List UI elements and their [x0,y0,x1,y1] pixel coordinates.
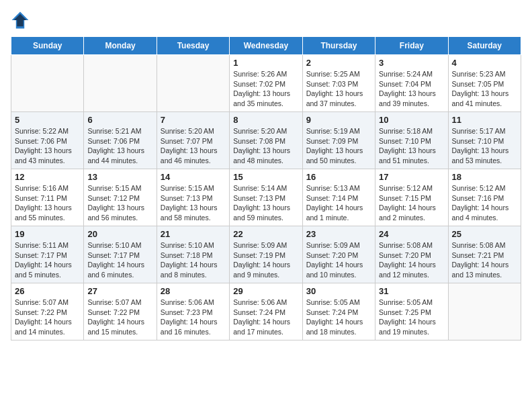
calendar-cell: 29Sunrise: 5:06 AM Sunset: 7:24 PM Dayli… [230,283,302,340]
calendar-cell: 4Sunrise: 5:23 AM Sunset: 7:05 PM Daylig… [448,55,521,112]
weekday-header: Wednesday [230,37,302,55]
day-number: 5 [15,115,80,125]
calendar-cell: 28Sunrise: 5:06 AM Sunset: 7:23 PM Dayli… [157,283,229,340]
day-number: 4 [452,58,517,68]
weekday-row: SundayMondayTuesdayWednesdayThursdayFrid… [11,37,521,55]
day-info: Sunrise: 5:19 AM Sunset: 7:09 PM Dayligh… [306,126,371,166]
day-info: Sunrise: 5:22 AM Sunset: 7:06 PM Dayligh… [15,126,80,166]
calendar-cell: 2Sunrise: 5:25 AM Sunset: 7:03 PM Daylig… [302,55,375,112]
calendar-cell [11,55,84,112]
calendar-cell: 25Sunrise: 5:08 AM Sunset: 7:21 PM Dayli… [448,226,521,283]
weekday-header: Saturday [448,37,521,55]
weekday-header: Monday [84,37,157,55]
day-info: Sunrise: 5:06 AM Sunset: 7:23 PM Dayligh… [161,298,226,337]
day-number: 14 [161,172,226,182]
calendar-cell: 20Sunrise: 5:10 AM Sunset: 7:17 PM Dayli… [84,226,157,283]
weekday-header: Sunday [11,37,84,55]
day-number: 11 [452,115,517,125]
day-info: Sunrise: 5:12 AM Sunset: 7:15 PM Dayligh… [379,183,444,223]
calendar-cell: 21Sunrise: 5:10 AM Sunset: 7:18 PM Dayli… [157,226,229,283]
day-number: 20 [87,229,152,239]
day-number: 30 [306,286,371,296]
day-info: Sunrise: 5:25 AM Sunset: 7:03 PM Dayligh… [306,69,371,109]
calendar-week: 26Sunrise: 5:07 AM Sunset: 7:22 PM Dayli… [11,283,521,340]
day-info: Sunrise: 5:20 AM Sunset: 7:07 PM Dayligh… [161,126,226,166]
calendar-cell [84,55,157,112]
calendar-week: 1Sunrise: 5:26 AM Sunset: 7:02 PM Daylig… [11,55,521,112]
calendar-cell: 30Sunrise: 5:05 AM Sunset: 7:24 PM Dayli… [302,283,375,340]
day-info: Sunrise: 5:18 AM Sunset: 7:10 PM Dayligh… [379,126,444,166]
day-info: Sunrise: 5:07 AM Sunset: 7:22 PM Dayligh… [15,298,80,337]
calendar-cell: 13Sunrise: 5:15 AM Sunset: 7:12 PM Dayli… [84,169,157,226]
day-info: Sunrise: 5:16 AM Sunset: 7:11 PM Dayligh… [15,183,80,223]
day-number: 21 [161,229,226,239]
calendar-cell: 19Sunrise: 5:11 AM Sunset: 7:17 PM Dayli… [11,226,84,283]
day-info: Sunrise: 5:06 AM Sunset: 7:24 PM Dayligh… [233,298,298,337]
day-info: Sunrise: 5:11 AM Sunset: 7:17 PM Dayligh… [15,240,80,280]
day-info: Sunrise: 5:20 AM Sunset: 7:08 PM Dayligh… [233,126,298,166]
day-number: 8 [233,115,298,125]
day-number: 25 [452,229,517,239]
day-number: 10 [379,115,444,125]
day-info: Sunrise: 5:14 AM Sunset: 7:13 PM Dayligh… [233,183,298,223]
calendar-cell: 24Sunrise: 5:08 AM Sunset: 7:20 PM Dayli… [375,226,448,283]
page-header [11,11,521,30]
day-info: Sunrise: 5:10 AM Sunset: 7:18 PM Dayligh… [161,240,226,280]
day-info: Sunrise: 5:05 AM Sunset: 7:25 PM Dayligh… [379,298,444,337]
day-info: Sunrise: 5:23 AM Sunset: 7:05 PM Dayligh… [452,69,517,109]
calendar-cell: 1Sunrise: 5:26 AM Sunset: 7:02 PM Daylig… [230,55,302,112]
calendar-week: 19Sunrise: 5:11 AM Sunset: 7:17 PM Dayli… [11,226,521,283]
day-number: 18 [452,172,517,182]
calendar-cell: 3Sunrise: 5:24 AM Sunset: 7:04 PM Daylig… [375,55,448,112]
logo-icon [11,11,30,30]
day-number: 1 [233,58,298,68]
day-info: Sunrise: 5:09 AM Sunset: 7:19 PM Dayligh… [233,240,298,280]
calendar-header: SundayMondayTuesdayWednesdayThursdayFrid… [11,37,521,55]
calendar-cell: 27Sunrise: 5:07 AM Sunset: 7:22 PM Dayli… [84,283,157,340]
calendar-cell: 26Sunrise: 5:07 AM Sunset: 7:22 PM Dayli… [11,283,84,340]
calendar-body: 1Sunrise: 5:26 AM Sunset: 7:02 PM Daylig… [11,55,521,340]
day-info: Sunrise: 5:17 AM Sunset: 7:10 PM Dayligh… [452,126,517,166]
calendar-cell: 18Sunrise: 5:12 AM Sunset: 7:16 PM Dayli… [448,169,521,226]
day-info: Sunrise: 5:09 AM Sunset: 7:20 PM Dayligh… [306,240,371,280]
calendar-cell: 22Sunrise: 5:09 AM Sunset: 7:19 PM Dayli… [230,226,302,283]
day-number: 15 [233,172,298,182]
day-number: 12 [15,172,80,182]
day-info: Sunrise: 5:08 AM Sunset: 7:20 PM Dayligh… [379,240,444,280]
day-number: 6 [87,115,152,125]
day-number: 7 [161,115,226,125]
svg-marker-1 [14,14,27,27]
day-info: Sunrise: 5:10 AM Sunset: 7:17 PM Dayligh… [87,240,152,280]
calendar-cell: 11Sunrise: 5:17 AM Sunset: 7:10 PM Dayli… [448,112,521,169]
calendar-cell: 5Sunrise: 5:22 AM Sunset: 7:06 PM Daylig… [11,112,84,169]
day-info: Sunrise: 5:13 AM Sunset: 7:14 PM Dayligh… [306,183,371,223]
day-number: 24 [379,229,444,239]
calendar-cell: 8Sunrise: 5:20 AM Sunset: 7:08 PM Daylig… [230,112,302,169]
day-info: Sunrise: 5:26 AM Sunset: 7:02 PM Dayligh… [233,69,298,109]
calendar-cell: 10Sunrise: 5:18 AM Sunset: 7:10 PM Dayli… [375,112,448,169]
day-info: Sunrise: 5:12 AM Sunset: 7:16 PM Dayligh… [452,183,517,223]
day-number: 16 [306,172,371,182]
calendar-cell: 14Sunrise: 5:15 AM Sunset: 7:13 PM Dayli… [157,169,229,226]
calendar-cell: 6Sunrise: 5:21 AM Sunset: 7:06 PM Daylig… [84,112,157,169]
day-info: Sunrise: 5:15 AM Sunset: 7:12 PM Dayligh… [87,183,152,223]
weekday-header: Thursday [302,37,375,55]
day-number: 28 [161,286,226,296]
day-info: Sunrise: 5:21 AM Sunset: 7:06 PM Dayligh… [87,126,152,166]
calendar-cell: 15Sunrise: 5:14 AM Sunset: 7:13 PM Dayli… [230,169,302,226]
calendar-cell: 17Sunrise: 5:12 AM Sunset: 7:15 PM Dayli… [375,169,448,226]
day-number: 19 [15,229,80,239]
day-info: Sunrise: 5:08 AM Sunset: 7:21 PM Dayligh… [452,240,517,280]
calendar-cell [157,55,229,112]
weekday-header: Friday [375,37,448,55]
calendar-cell: 7Sunrise: 5:20 AM Sunset: 7:07 PM Daylig… [157,112,229,169]
calendar-cell [448,283,521,340]
day-number: 27 [87,286,152,296]
day-number: 3 [379,58,444,68]
day-number: 31 [379,286,444,296]
calendar-cell: 12Sunrise: 5:16 AM Sunset: 7:11 PM Dayli… [11,169,84,226]
calendar-week: 5Sunrise: 5:22 AM Sunset: 7:06 PM Daylig… [11,112,521,169]
calendar-cell: 16Sunrise: 5:13 AM Sunset: 7:14 PM Dayli… [302,169,375,226]
day-number: 2 [306,58,371,68]
calendar-cell: 23Sunrise: 5:09 AM Sunset: 7:20 PM Dayli… [302,226,375,283]
